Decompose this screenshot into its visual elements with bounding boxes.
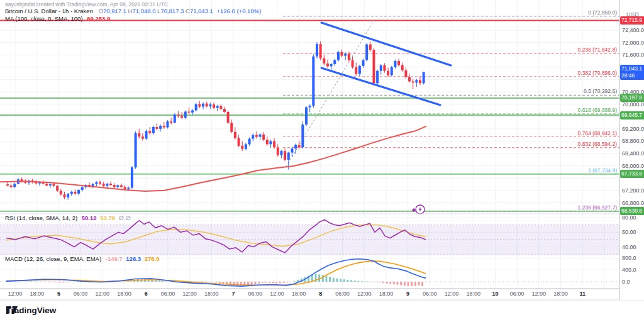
candle-body xyxy=(135,133,137,167)
alert-lightning-icon[interactable] xyxy=(412,205,425,214)
macd-signal-value: 276.0 xyxy=(145,255,160,262)
candle-body xyxy=(273,141,275,147)
candle-body xyxy=(344,53,347,55)
price-axis-label: 68,800.0 xyxy=(622,138,644,144)
chart-canvas[interactable]: 0 (72,850.0)0.236 (71,642.8)0.382 (70,89… xyxy=(0,0,644,322)
time-axis-label: 12:00 xyxy=(182,291,197,297)
time-axis-label: 06:00 xyxy=(74,291,88,297)
macd-histogram-bar xyxy=(393,282,395,284)
ma-label[interactable]: MA (100, close, 0, SMA, 100) xyxy=(5,15,83,22)
macd-histogram-bar xyxy=(13,282,14,282)
macd-label[interactable]: MACD (12, 26, close, 9, EMA, EMA) xyxy=(5,255,101,262)
macd-histogram-bar xyxy=(421,282,423,286)
macd-histogram-bar xyxy=(258,282,260,284)
macd-histogram-bar xyxy=(336,279,338,282)
macd-histogram-bar xyxy=(365,282,367,282)
price-axis-label: 66,800.0 xyxy=(622,200,644,206)
candle-body xyxy=(352,60,354,67)
macd-histogram-bar xyxy=(204,282,206,282)
candle-body xyxy=(372,50,375,83)
price-axis-label: 70,000.0 xyxy=(622,101,644,108)
price-axis-label: 68,400.0 xyxy=(622,150,644,157)
macd-axis-label: 800.0 xyxy=(622,255,636,261)
time-axis-label: 12:00 xyxy=(445,291,459,297)
macd-histogram-bar xyxy=(169,282,171,282)
symbol-legend[interactable]: Bitcoin / U.S. Dollar - 1h - Kraken O70,… xyxy=(5,8,261,14)
price-axis-label: 71,600.0 xyxy=(622,52,644,58)
candle-body xyxy=(316,44,318,57)
symbol-title[interactable]: Bitcoin / U.S. Dollar - 1h - Kraken xyxy=(5,8,93,14)
candle-body xyxy=(358,66,361,74)
price-axis-label: 68,000.0 xyxy=(622,163,644,169)
candle-body xyxy=(252,135,254,139)
candle-body xyxy=(67,194,69,197)
macd-histogram-bar xyxy=(262,282,264,283)
candle-body xyxy=(369,45,372,50)
current-price-badge: 71,043.128:46 xyxy=(620,65,644,80)
candle-body xyxy=(230,123,233,132)
macd-histogram-bar xyxy=(265,282,267,282)
macd-histogram-bar xyxy=(116,282,118,282)
price-level-badge: 69,645.7 xyxy=(620,111,644,119)
candle-body xyxy=(142,136,144,138)
candle-body xyxy=(6,184,9,186)
candle-body xyxy=(213,104,215,108)
time-axis-label: 18:00 xyxy=(553,291,568,297)
candle-body xyxy=(156,127,158,129)
candle-body xyxy=(298,145,301,147)
macd-histogram-bar xyxy=(418,282,420,286)
candle-body xyxy=(219,106,222,109)
fib-level-label: 1 (67,734.9) xyxy=(588,167,617,174)
candle-body xyxy=(13,184,16,187)
time-axis-label: 5 xyxy=(57,291,60,297)
candle-body xyxy=(387,71,389,75)
candle-body xyxy=(124,187,126,189)
candle-body xyxy=(163,126,165,127)
candle-body xyxy=(365,45,368,60)
candle-body xyxy=(56,186,58,191)
time-axis-label: 12:00 xyxy=(357,291,372,297)
candle-body xyxy=(238,138,240,146)
candle-body xyxy=(131,167,133,187)
rsi-label[interactable]: RSI (14, close, SMA, 14, 2) xyxy=(5,214,77,221)
candle-body xyxy=(355,67,357,74)
macd-histogram-bar xyxy=(27,282,29,282)
candle-body xyxy=(138,133,140,136)
candle-body xyxy=(49,184,52,186)
candle-body xyxy=(362,60,365,66)
macd-histogram-bar xyxy=(41,282,43,282)
candle-body xyxy=(166,121,169,127)
fib-level-label: 0.236 (71,642.8) xyxy=(578,47,618,53)
close-value: 71,043.1 xyxy=(190,8,213,14)
ma-100-line[interactable] xyxy=(0,126,426,191)
macd-histogram-bar xyxy=(404,282,406,286)
candle-body xyxy=(415,80,418,82)
macd-histogram-bar xyxy=(119,282,121,282)
macd-histogram-bar xyxy=(354,280,356,282)
candle-body xyxy=(99,182,101,184)
candle-body xyxy=(287,153,290,160)
candle-body xyxy=(380,65,382,71)
candle-body xyxy=(191,110,194,112)
candle-body xyxy=(376,71,379,84)
candle-body xyxy=(412,81,414,82)
macd-histogram-bar xyxy=(62,282,64,282)
tradingview-logo[interactable]: TradingView xyxy=(6,306,56,315)
fib-level-label: 0.382 (70,896.0) xyxy=(578,70,618,76)
candle-body xyxy=(174,114,176,123)
time-axis-label: 12:00 xyxy=(270,291,284,297)
macd-histogram-bar xyxy=(279,282,281,283)
macd-legend[interactable]: MACD (12, 26, close, 9, EMA, EMA) -149.7… xyxy=(5,255,160,262)
macd-axis-label: 400.0 xyxy=(622,267,636,273)
candle-body xyxy=(397,61,400,65)
candle-body xyxy=(195,104,197,111)
fib-level-label: 0.618 (69,688.9) xyxy=(578,107,618,113)
candle-body xyxy=(148,131,151,133)
rsi-legend[interactable]: RSI (14, close, SMA, 14, 2) 50.12 53.76 … xyxy=(5,214,131,221)
candle-body xyxy=(113,185,116,187)
candle-body xyxy=(262,135,265,140)
macd-histogram-bar xyxy=(52,282,53,282)
candle-body xyxy=(120,186,123,187)
macd-histogram-bar xyxy=(240,282,242,286)
ma-legend[interactable]: MA (100, close, 0, SMA, 100) 69,283.9 xyxy=(5,15,110,22)
